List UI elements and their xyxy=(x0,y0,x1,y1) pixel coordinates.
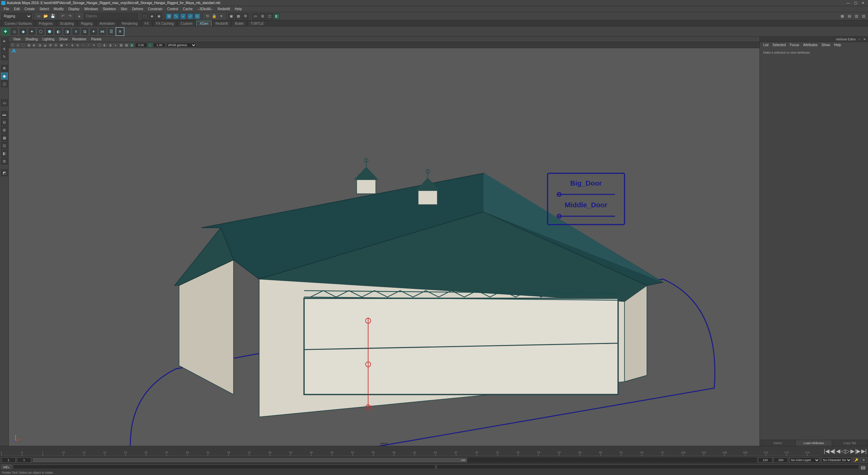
range-start-outer[interactable] xyxy=(1,457,16,463)
workspace-icon-3[interactable]: ▥ xyxy=(853,13,860,19)
shelf-tab-bullet[interactable]: Bullet xyxy=(232,21,247,26)
gamma-icon[interactable]: γ xyxy=(148,43,153,48)
prefs-button[interactable]: ⚙ xyxy=(861,457,867,463)
toggle-panel-icon[interactable]: ◧ xyxy=(274,13,280,19)
shelf-tab-rigging[interactable]: Rigging xyxy=(78,21,96,26)
module-selector[interactable]: Rigging xyxy=(1,13,32,19)
layout-2[interactable]: ⊟ xyxy=(1,119,8,126)
view-icon-21[interactable]: ▦ xyxy=(119,43,123,48)
view-icon-13[interactable]: ⊕ xyxy=(75,43,80,48)
layout-two-icon[interactable]: ◫ xyxy=(267,13,273,19)
shelf-tab-curves-surfaces[interactable]: Curves / Surfaces xyxy=(1,21,35,26)
layout-5[interactable]: ⊡ xyxy=(1,142,8,149)
layout-6[interactable]: ◧ xyxy=(1,150,8,157)
range-start-inner[interactable] xyxy=(17,457,31,463)
range-slider[interactable]: 150 xyxy=(33,458,757,462)
menu-redshift[interactable]: Redshift xyxy=(215,6,233,12)
attr-menu-help[interactable]: Help xyxy=(832,43,843,47)
panel-close-icon[interactable]: ✕ xyxy=(863,38,867,41)
view-icon-7[interactable]: ◒ xyxy=(43,43,47,48)
undo-icon[interactable]: ↶ xyxy=(60,13,66,19)
layout-3[interactable]: ⊞ xyxy=(1,127,8,133)
character-set-select[interactable]: No Character Set xyxy=(821,457,852,463)
scale-tool[interactable]: ◫ xyxy=(1,80,8,87)
play-forward-button[interactable]: ▷ xyxy=(846,448,850,454)
shelf-icon-7[interactable]: ◐ xyxy=(54,27,62,36)
shelf-icon-11[interactable]: ✶ xyxy=(90,27,98,36)
shelf-tab-custom[interactable]: Custom xyxy=(177,21,196,26)
shelf-icon-12[interactable]: ⋈ xyxy=(98,27,106,36)
menu-edit[interactable]: Edit xyxy=(12,6,22,12)
select-by-hierarchy-icon[interactable]: ⬚ xyxy=(142,13,148,19)
view-icon-16[interactable]: ● xyxy=(92,43,96,48)
shelf-icon-9[interactable]: ≡ xyxy=(72,27,80,36)
shelf-icon-10[interactable]: ⧉ xyxy=(81,27,89,36)
time-slider[interactable]: 1471013161922252831343740434649525558616… xyxy=(0,446,868,456)
attr-bottom-select[interactable]: Select xyxy=(760,440,796,446)
snap-grid-icon[interactable]: ⊞ xyxy=(166,13,172,19)
view-icon-17[interactable]: ◯ xyxy=(97,43,102,48)
shelf-tab-fx-caching[interactable]: FX Caching xyxy=(153,21,177,26)
outliner-toggle[interactable]: ◩ xyxy=(1,169,8,176)
panel-menu-view[interactable]: View xyxy=(11,37,23,41)
range-end-inner[interactable] xyxy=(758,457,772,463)
shelf-tab-polygons[interactable]: Polygons xyxy=(35,21,56,26)
panel-menu-panels[interactable]: Panels xyxy=(89,37,104,41)
view-icon-11[interactable]: ✦ xyxy=(64,43,69,48)
menu--3dtoall-[interactable]: --3DtoAll-- xyxy=(195,6,215,12)
move-tool[interactable]: ✥ xyxy=(1,65,8,72)
view-icon-4[interactable]: ▦ xyxy=(26,43,31,48)
shelf-tab-xgen[interactable]: XGen xyxy=(196,21,212,26)
auto-key-button[interactable]: 🔑 xyxy=(853,457,859,463)
view-icon-19[interactable]: ◑ xyxy=(108,43,113,48)
play-backward-button[interactable]: ◁ xyxy=(841,448,845,454)
rotate-tool[interactable]: ◉ xyxy=(1,73,8,79)
shelf-icon-6[interactable]: ⬢ xyxy=(45,27,54,36)
paint-tool[interactable]: ✎ xyxy=(1,53,8,60)
attr-menu-focus[interactable]: Focus xyxy=(788,43,801,47)
shelf-icon-8[interactable]: ◑ xyxy=(63,27,71,36)
ipr-render-icon[interactable]: ▦ xyxy=(235,13,241,19)
shelf-icon-4[interactable]: ✦ xyxy=(28,27,36,36)
panel-menu-shading[interactable]: Shading xyxy=(23,37,40,41)
file-open-icon[interactable]: 📂 xyxy=(43,13,49,19)
shelf-tab-animation[interactable]: Animation xyxy=(96,21,118,26)
step-back-button[interactable]: ◀ xyxy=(836,448,840,454)
select-by-component-icon[interactable]: ◉ xyxy=(156,13,162,19)
menu-control[interactable]: Control xyxy=(165,6,180,12)
construction-history-icon[interactable]: 🔒 xyxy=(211,13,217,19)
workspace-icon-2[interactable]: ▤ xyxy=(846,13,852,19)
view-icon-18[interactable]: ◐ xyxy=(102,43,107,48)
menu-skeleton[interactable]: Skeleton xyxy=(100,6,118,12)
attr-bottom-load-attributes[interactable]: Load Attributes xyxy=(796,440,832,446)
minimize-button[interactable]: — xyxy=(844,1,852,5)
script-language-label[interactable]: MEL xyxy=(1,464,12,469)
view-icon-2[interactable]: ◎ xyxy=(16,43,20,48)
view-icon-5[interactable]: ◐ xyxy=(32,43,37,48)
step-back-key-button[interactable]: ◀| xyxy=(830,448,835,454)
panel-menu-show[interactable]: Show xyxy=(57,37,70,41)
view-icon-8[interactable]: ◓ xyxy=(48,43,53,48)
exposure-icon[interactable]: ◉ xyxy=(130,43,134,48)
snap-curve-icon[interactable]: ∿ xyxy=(173,13,179,19)
layout-single-icon[interactable]: ▭ xyxy=(252,13,258,19)
attr-menu-show[interactable]: Show xyxy=(820,43,832,47)
view-icon-20[interactable]: ▸ xyxy=(113,43,118,48)
go-to-start-button[interactable]: |◀ xyxy=(824,448,829,454)
shelf-tab-fx[interactable]: FX xyxy=(141,21,152,26)
shelf-tab-turtle[interactable]: TURTLE xyxy=(247,21,267,26)
script-editor-button[interactable]: ▤ xyxy=(861,464,867,469)
menu-skin[interactable]: Skin xyxy=(118,6,130,12)
snap-live-icon[interactable]: ◎ xyxy=(194,13,200,19)
render-frame-icon[interactable]: ▣ xyxy=(228,13,234,19)
layout-four-icon[interactable]: ⊞ xyxy=(259,13,265,19)
attr-menu-list[interactable]: List xyxy=(761,43,771,47)
menu-file[interactable]: File xyxy=(1,6,12,12)
select-by-object-icon[interactable]: ◈ xyxy=(149,13,155,19)
shelf-icon-2[interactable]: ◇ xyxy=(10,27,18,36)
gamma-input[interactable] xyxy=(153,43,165,48)
shelf-tab-redshift[interactable]: Redshift xyxy=(212,21,231,26)
last-tool[interactable]: ▭ xyxy=(1,99,8,106)
command-input[interactable] xyxy=(13,464,435,469)
panel-menu-lighting[interactable]: Lighting xyxy=(40,37,57,41)
